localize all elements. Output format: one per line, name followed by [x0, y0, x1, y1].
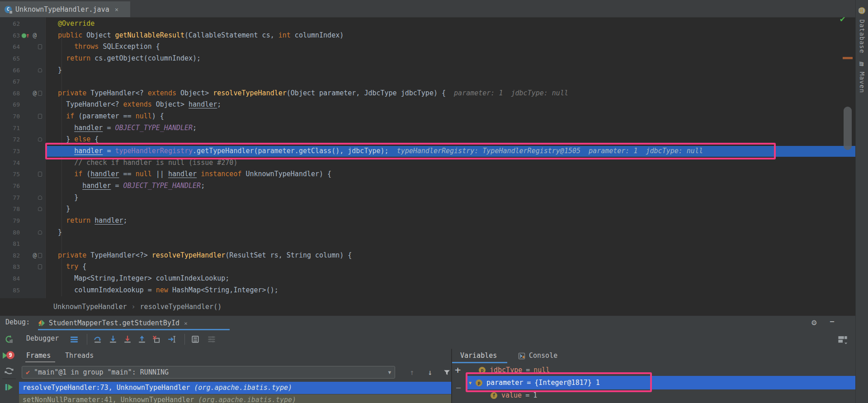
code-text[interactable]: return handler; [45, 215, 855, 227]
tab-frames[interactable]: Frames [26, 351, 51, 360]
remove-watch-icon[interactable]: − [456, 382, 461, 393]
tool-tab-maven[interactable]: Maven [859, 72, 866, 93]
restore-layout-icon[interactable] [4, 366, 14, 376]
editor-tab[interactable]: C UnknownTypeHandler.java × [0, 1, 130, 17]
evaluate-expression-icon[interactable] [190, 334, 201, 345]
show-execution-point-icon[interactable] [4, 382, 14, 392]
code-text[interactable]: } [45, 227, 855, 239]
code-text[interactable]: handler = typeHandlerRegistry.getTypeHan… [45, 145, 855, 157]
line-number[interactable]: 62 [0, 18, 20, 30]
code-line[interactable]: 82@ private TypeHandler<?> resolveTypeHa… [0, 250, 855, 262]
fold-end-icon[interactable] [38, 68, 42, 72]
code-text[interactable]: return cs.getObject(columnIndex); [45, 53, 855, 65]
down-arrow-icon[interactable]: ↓ [428, 368, 432, 377]
fold-collapse-icon[interactable] [38, 114, 42, 119]
variable-row[interactable]: pjdbcType=null [467, 364, 855, 376]
line-number[interactable]: 71 [0, 122, 20, 134]
line-number[interactable]: 85 [0, 285, 20, 296]
step-into-icon[interactable] [108, 334, 118, 345]
filter-icon[interactable] [443, 369, 451, 376]
code-text[interactable]: } [45, 192, 855, 204]
line-number[interactable]: 78 [0, 203, 20, 215]
close-icon[interactable]: × [115, 6, 118, 13]
code-text[interactable]: public Object getNullableResult(Callable… [45, 30, 855, 42]
code-line[interactable]: 65 return cs.getObject(columnIndex); [0, 53, 855, 65]
line-number[interactable]: 69 [0, 99, 20, 111]
line-number[interactable]: 74 [0, 157, 20, 169]
code-line[interactable]: 76 handler = OBJECT_TYPE_HANDLER; [0, 180, 855, 192]
fold-end-icon[interactable] [38, 230, 42, 234]
run-to-cursor-icon[interactable] [166, 334, 177, 345]
code-line[interactable]: 68@ private TypeHandler<? extends Object… [0, 88, 855, 99]
code-text[interactable]: columnIndexLookup = new HashMap<String,I… [45, 285, 855, 296]
code-line[interactable]: 64 throws SQLException { [0, 41, 855, 53]
code-line[interactable]: 83 try { [0, 261, 855, 273]
line-number[interactable]: 83 [0, 261, 20, 273]
code-text[interactable]: // check if handler is null (issue #270) [45, 157, 855, 169]
code-text[interactable]: } else { [45, 134, 855, 145]
code-text[interactable]: handler = OBJECT_TYPE_HANDLER; [45, 122, 855, 134]
fold-collapse-icon[interactable] [38, 91, 42, 96]
tab-threads[interactable]: Threads [65, 351, 94, 360]
fold-collapse-icon[interactable] [38, 264, 42, 269]
variable-row[interactable]: ▼pparameter={Integer@1817} 1 [467, 376, 855, 389]
line-number[interactable]: 66 [0, 65, 20, 76]
line-number[interactable]: 63 [0, 30, 20, 42]
code-line[interactable]: 72 } else { [0, 134, 855, 145]
code-line[interactable]: 63↑@ public Object getNullableResult(Cal… [0, 30, 855, 42]
debug-session-tab[interactable]: StudentMapperTest.getStudentById × [38, 316, 188, 330]
code-line[interactable]: 77 } [0, 192, 855, 204]
fold-end-icon[interactable] [38, 196, 42, 200]
code-line[interactable]: 81 [0, 238, 855, 250]
code-text[interactable]: private TypeHandler<? extends Object> re… [45, 88, 855, 99]
code-text[interactable]: throws SQLException { [45, 41, 855, 53]
code-text[interactable]: } [45, 65, 855, 76]
minimize-icon[interactable]: — [830, 317, 834, 325]
line-number[interactable]: 64 [0, 41, 20, 53]
line-number[interactable]: 79 [0, 215, 20, 227]
force-step-into-icon[interactable] [122, 334, 133, 345]
line-number[interactable]: 68 [0, 88, 20, 99]
code-line[interactable]: 62 @Override [0, 18, 855, 30]
code-text[interactable]: private TypeHandler<?> resolveTypeHandle… [45, 250, 855, 262]
code-line[interactable]: 69 TypeHandler<? extends Object> handler… [0, 99, 855, 111]
add-watch-icon[interactable]: + [455, 364, 461, 375]
code-line[interactable]: 70 if (parameter == null) { [0, 111, 855, 122]
frame-row[interactable]: setNonNullParameter:41, UnknownTypeHandl… [19, 394, 451, 403]
debugger-tab-label[interactable]: Debugger [26, 334, 59, 342]
code-line[interactable]: 85 columnIndexLookup = new HashMap<Strin… [0, 285, 855, 296]
menu-icon[interactable] [69, 334, 80, 345]
code-text[interactable]: if (handler == null || handler instanceo… [45, 169, 855, 180]
tab-variables[interactable]: Variables [460, 351, 497, 360]
code-line[interactable]: 78 } [0, 203, 855, 215]
code-line[interactable]: 71 handler = OBJECT_TYPE_HANDLER; [0, 122, 855, 134]
step-over-icon[interactable] [92, 334, 103, 345]
code-line[interactable]: 67 [0, 76, 855, 88]
annotation-gutter-icon[interactable]: @ [21, 250, 37, 262]
code-line[interactable]: 80 } [0, 227, 855, 239]
code-line[interactable]: 79 return handler; [0, 215, 855, 227]
line-number[interactable]: 77 [0, 192, 20, 204]
close-icon[interactable]: × [184, 320, 188, 327]
gear-icon[interactable]: ⚙ [811, 317, 816, 327]
editor-scrollbar[interactable] [844, 107, 852, 150]
code-line[interactable]: 84 Map<String,Integer> columnIndexLookup… [0, 273, 855, 285]
line-number[interactable]: 72 [0, 134, 20, 145]
line-number[interactable]: 82 [0, 250, 20, 262]
expand-arrow-icon[interactable]: ▼ [469, 380, 472, 385]
inspection-ok-icon[interactable]: ✔ [840, 14, 845, 23]
drop-frame-icon[interactable] [151, 334, 162, 345]
frame-row[interactable]: resolveTypeHandler:73, UnknownTypeHandle… [19, 382, 451, 394]
tab-console[interactable]: Console [529, 351, 557, 360]
line-number[interactable]: 75 [0, 169, 20, 180]
code-text[interactable]: } [45, 203, 855, 215]
fold-collapse-icon[interactable] [38, 172, 42, 177]
up-arrow-icon[interactable]: ↑ [410, 368, 414, 377]
step-out-icon[interactable] [137, 334, 147, 345]
breadcrumb-method[interactable]: resolveTypeHandler() [140, 303, 222, 311]
fold-collapse-icon[interactable] [38, 253, 42, 258]
fold-collapse-icon[interactable] [38, 44, 42, 49]
line-number[interactable]: 81 [0, 238, 20, 250]
tool-tab-database[interactable]: Database [859, 19, 866, 53]
stripe-mark[interactable] [843, 57, 853, 59]
